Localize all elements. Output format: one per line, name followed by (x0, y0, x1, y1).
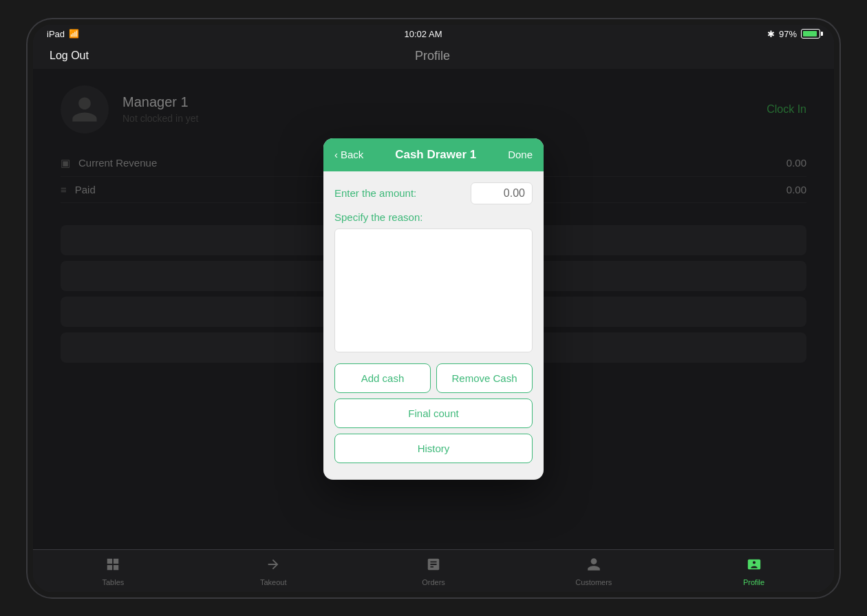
status-bar: iPad 📶 10:02 AM ✱ 97% (33, 25, 834, 43)
volume-button[interactable] (28, 288, 30, 329)
history-button[interactable]: History (334, 434, 533, 463)
tab-orders-label: Orders (422, 578, 445, 586)
tab-customers-label: Customers (575, 578, 612, 586)
amount-field-row: Enter the amount: (334, 182, 533, 204)
takeout-icon (266, 557, 281, 575)
modal-title: Cash Drawer 1 (395, 148, 476, 162)
tab-takeout[interactable]: Takeout (246, 557, 301, 586)
device-model: iPad (47, 29, 65, 39)
amount-label: Enter the amount: (334, 187, 416, 199)
logout-button[interactable]: Log Out (50, 50, 89, 62)
nav-bar: Log Out Profile (33, 43, 834, 69)
status-left: iPad 📶 (47, 29, 79, 39)
tab-tables[interactable]: Tables (85, 557, 140, 586)
status-right: ✱ 97% (767, 29, 820, 39)
power-button[interactable] (837, 295, 839, 322)
ipad-frame: iPad 📶 10:02 AM ✱ 97% Log Out Profile (28, 19, 839, 597)
wifi-icon: 📶 (69, 29, 79, 39)
back-label: Back (341, 149, 363, 160)
profile-icon (747, 557, 762, 575)
bluetooth-icon: ✱ (767, 29, 775, 39)
reason-textarea[interactable] (334, 229, 533, 352)
modal-body: Enter the amount: Specify the reason: Ad… (323, 171, 544, 480)
modal-done-button[interactable]: Done (508, 149, 533, 160)
tab-customers[interactable]: Customers (566, 557, 621, 586)
customers-icon (586, 557, 601, 575)
tab-profile[interactable]: Profile (727, 557, 782, 586)
cash-drawer-modal: ‹ Back Cash Drawer 1 Done Enter the amou… (323, 138, 544, 480)
reason-label: Specify the reason: (334, 211, 533, 223)
add-cash-button[interactable]: Add cash (334, 363, 431, 393)
bottom-tab-bar: Tables Takeout Orders Customers Profile (33, 549, 834, 592)
tab-profile-label: Profile (743, 578, 764, 586)
orders-icon (426, 557, 441, 575)
tab-takeout-label: Takeout (260, 578, 287, 586)
status-time: 10:02 AM (405, 29, 442, 39)
final-count-button[interactable]: Final count (334, 399, 533, 428)
modal-header: ‹ Back Cash Drawer 1 Done (323, 138, 544, 171)
battery-indicator (801, 29, 820, 39)
amount-input[interactable] (471, 182, 533, 204)
tab-tables-label: Tables (102, 578, 124, 586)
main-content: Manager 1 Not clocked in yet Clock In ▣ … (33, 69, 834, 549)
battery-percent: 97% (779, 29, 797, 39)
tab-orders[interactable]: Orders (406, 557, 461, 586)
tables-icon (105, 557, 120, 575)
cash-action-row: Add cash Remove Cash (334, 363, 533, 393)
back-chevron-icon: ‹ (334, 149, 338, 160)
modal-overlay: ‹ Back Cash Drawer 1 Done Enter the amou… (33, 69, 834, 549)
modal-back-button[interactable]: ‹ Back (334, 149, 363, 160)
page-title: Profile (415, 49, 450, 63)
remove-cash-button[interactable]: Remove Cash (436, 363, 533, 393)
